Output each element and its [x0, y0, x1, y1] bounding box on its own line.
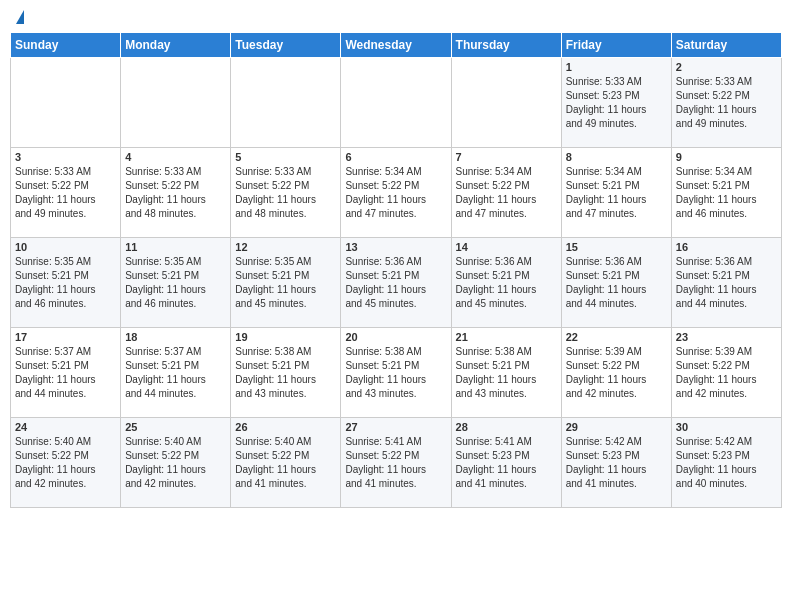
- day-info: Sunrise: 5:39 AM Sunset: 5:22 PM Dayligh…: [566, 345, 667, 401]
- day-info: Sunrise: 5:34 AM Sunset: 5:22 PM Dayligh…: [345, 165, 446, 221]
- calendar-cell: 18Sunrise: 5:37 AM Sunset: 5:21 PM Dayli…: [121, 328, 231, 418]
- calendar-cell: 16Sunrise: 5:36 AM Sunset: 5:21 PM Dayli…: [671, 238, 781, 328]
- day-info: Sunrise: 5:37 AM Sunset: 5:21 PM Dayligh…: [125, 345, 226, 401]
- calendar-cell: 14Sunrise: 5:36 AM Sunset: 5:21 PM Dayli…: [451, 238, 561, 328]
- day-number: 24: [15, 421, 116, 433]
- day-info: Sunrise: 5:38 AM Sunset: 5:21 PM Dayligh…: [235, 345, 336, 401]
- calendar-week-row: 10Sunrise: 5:35 AM Sunset: 5:21 PM Dayli…: [11, 238, 782, 328]
- calendar-cell: 19Sunrise: 5:38 AM Sunset: 5:21 PM Dayli…: [231, 328, 341, 418]
- day-number: 6: [345, 151, 446, 163]
- day-info: Sunrise: 5:41 AM Sunset: 5:23 PM Dayligh…: [456, 435, 557, 491]
- day-info: Sunrise: 5:34 AM Sunset: 5:22 PM Dayligh…: [456, 165, 557, 221]
- column-header-sunday: Sunday: [11, 33, 121, 58]
- day-number: 25: [125, 421, 226, 433]
- calendar-cell: 5Sunrise: 5:33 AM Sunset: 5:22 PM Daylig…: [231, 148, 341, 238]
- calendar-cell: 7Sunrise: 5:34 AM Sunset: 5:22 PM Daylig…: [451, 148, 561, 238]
- calendar-cell: 11Sunrise: 5:35 AM Sunset: 5:21 PM Dayli…: [121, 238, 231, 328]
- calendar-week-row: 17Sunrise: 5:37 AM Sunset: 5:21 PM Dayli…: [11, 328, 782, 418]
- calendar-cell: 26Sunrise: 5:40 AM Sunset: 5:22 PM Dayli…: [231, 418, 341, 508]
- calendar-cell: 30Sunrise: 5:42 AM Sunset: 5:23 PM Dayli…: [671, 418, 781, 508]
- calendar-cell: 20Sunrise: 5:38 AM Sunset: 5:21 PM Dayli…: [341, 328, 451, 418]
- column-header-thursday: Thursday: [451, 33, 561, 58]
- day-info: Sunrise: 5:35 AM Sunset: 5:21 PM Dayligh…: [15, 255, 116, 311]
- day-info: Sunrise: 5:37 AM Sunset: 5:21 PM Dayligh…: [15, 345, 116, 401]
- day-number: 1: [566, 61, 667, 73]
- day-info: Sunrise: 5:33 AM Sunset: 5:22 PM Dayligh…: [235, 165, 336, 221]
- column-header-saturday: Saturday: [671, 33, 781, 58]
- day-number: 29: [566, 421, 667, 433]
- calendar-cell: 12Sunrise: 5:35 AM Sunset: 5:21 PM Dayli…: [231, 238, 341, 328]
- day-info: Sunrise: 5:34 AM Sunset: 5:21 PM Dayligh…: [566, 165, 667, 221]
- day-info: Sunrise: 5:35 AM Sunset: 5:21 PM Dayligh…: [125, 255, 226, 311]
- calendar-cell: 1Sunrise: 5:33 AM Sunset: 5:23 PM Daylig…: [561, 58, 671, 148]
- day-info: Sunrise: 5:33 AM Sunset: 5:22 PM Dayligh…: [15, 165, 116, 221]
- day-info: Sunrise: 5:40 AM Sunset: 5:22 PM Dayligh…: [125, 435, 226, 491]
- calendar-cell: 3Sunrise: 5:33 AM Sunset: 5:22 PM Daylig…: [11, 148, 121, 238]
- day-number: 15: [566, 241, 667, 253]
- day-info: Sunrise: 5:33 AM Sunset: 5:22 PM Dayligh…: [125, 165, 226, 221]
- calendar-cell: 24Sunrise: 5:40 AM Sunset: 5:22 PM Dayli…: [11, 418, 121, 508]
- column-header-monday: Monday: [121, 33, 231, 58]
- day-info: Sunrise: 5:40 AM Sunset: 5:22 PM Dayligh…: [15, 435, 116, 491]
- day-info: Sunrise: 5:38 AM Sunset: 5:21 PM Dayligh…: [345, 345, 446, 401]
- column-header-tuesday: Tuesday: [231, 33, 341, 58]
- calendar-cell: 27Sunrise: 5:41 AM Sunset: 5:22 PM Dayli…: [341, 418, 451, 508]
- calendar-table: SundayMondayTuesdayWednesdayThursdayFrid…: [10, 32, 782, 508]
- calendar-week-row: 24Sunrise: 5:40 AM Sunset: 5:22 PM Dayli…: [11, 418, 782, 508]
- day-number: 7: [456, 151, 557, 163]
- calendar-cell: 22Sunrise: 5:39 AM Sunset: 5:22 PM Dayli…: [561, 328, 671, 418]
- calendar-cell: 10Sunrise: 5:35 AM Sunset: 5:21 PM Dayli…: [11, 238, 121, 328]
- day-number: 19: [235, 331, 336, 343]
- day-info: Sunrise: 5:36 AM Sunset: 5:21 PM Dayligh…: [676, 255, 777, 311]
- column-header-friday: Friday: [561, 33, 671, 58]
- logo-triangle-icon: [16, 10, 24, 24]
- day-number: 14: [456, 241, 557, 253]
- column-header-wednesday: Wednesday: [341, 33, 451, 58]
- day-info: Sunrise: 5:41 AM Sunset: 5:22 PM Dayligh…: [345, 435, 446, 491]
- calendar-cell: [451, 58, 561, 148]
- day-info: Sunrise: 5:36 AM Sunset: 5:21 PM Dayligh…: [566, 255, 667, 311]
- day-number: 4: [125, 151, 226, 163]
- logo: [14, 10, 24, 24]
- calendar-cell: 13Sunrise: 5:36 AM Sunset: 5:21 PM Dayli…: [341, 238, 451, 328]
- calendar-cell: [231, 58, 341, 148]
- day-number: 17: [15, 331, 116, 343]
- day-number: 26: [235, 421, 336, 433]
- day-number: 22: [566, 331, 667, 343]
- calendar-cell: 21Sunrise: 5:38 AM Sunset: 5:21 PM Dayli…: [451, 328, 561, 418]
- day-number: 27: [345, 421, 446, 433]
- calendar-cell: [121, 58, 231, 148]
- day-info: Sunrise: 5:33 AM Sunset: 5:22 PM Dayligh…: [676, 75, 777, 131]
- day-info: Sunrise: 5:35 AM Sunset: 5:21 PM Dayligh…: [235, 255, 336, 311]
- day-info: Sunrise: 5:40 AM Sunset: 5:22 PM Dayligh…: [235, 435, 336, 491]
- day-number: 16: [676, 241, 777, 253]
- day-info: Sunrise: 5:36 AM Sunset: 5:21 PM Dayligh…: [345, 255, 446, 311]
- calendar-cell: [11, 58, 121, 148]
- day-number: 3: [15, 151, 116, 163]
- calendar-cell: 17Sunrise: 5:37 AM Sunset: 5:21 PM Dayli…: [11, 328, 121, 418]
- day-number: 21: [456, 331, 557, 343]
- calendar-cell: 6Sunrise: 5:34 AM Sunset: 5:22 PM Daylig…: [341, 148, 451, 238]
- day-number: 12: [235, 241, 336, 253]
- day-number: 18: [125, 331, 226, 343]
- day-info: Sunrise: 5:39 AM Sunset: 5:22 PM Dayligh…: [676, 345, 777, 401]
- calendar-cell: 8Sunrise: 5:34 AM Sunset: 5:21 PM Daylig…: [561, 148, 671, 238]
- calendar-cell: 9Sunrise: 5:34 AM Sunset: 5:21 PM Daylig…: [671, 148, 781, 238]
- day-number: 23: [676, 331, 777, 343]
- day-number: 5: [235, 151, 336, 163]
- day-info: Sunrise: 5:38 AM Sunset: 5:21 PM Dayligh…: [456, 345, 557, 401]
- day-number: 8: [566, 151, 667, 163]
- day-number: 20: [345, 331, 446, 343]
- day-info: Sunrise: 5:42 AM Sunset: 5:23 PM Dayligh…: [676, 435, 777, 491]
- calendar-header-row: SundayMondayTuesdayWednesdayThursdayFrid…: [11, 33, 782, 58]
- calendar-cell: 23Sunrise: 5:39 AM Sunset: 5:22 PM Dayli…: [671, 328, 781, 418]
- day-number: 28: [456, 421, 557, 433]
- day-number: 10: [15, 241, 116, 253]
- calendar-cell: 2Sunrise: 5:33 AM Sunset: 5:22 PM Daylig…: [671, 58, 781, 148]
- calendar-cell: 25Sunrise: 5:40 AM Sunset: 5:22 PM Dayli…: [121, 418, 231, 508]
- page-header: [10, 10, 782, 24]
- day-info: Sunrise: 5:36 AM Sunset: 5:21 PM Dayligh…: [456, 255, 557, 311]
- day-info: Sunrise: 5:42 AM Sunset: 5:23 PM Dayligh…: [566, 435, 667, 491]
- day-number: 30: [676, 421, 777, 433]
- calendar-cell: 15Sunrise: 5:36 AM Sunset: 5:21 PM Dayli…: [561, 238, 671, 328]
